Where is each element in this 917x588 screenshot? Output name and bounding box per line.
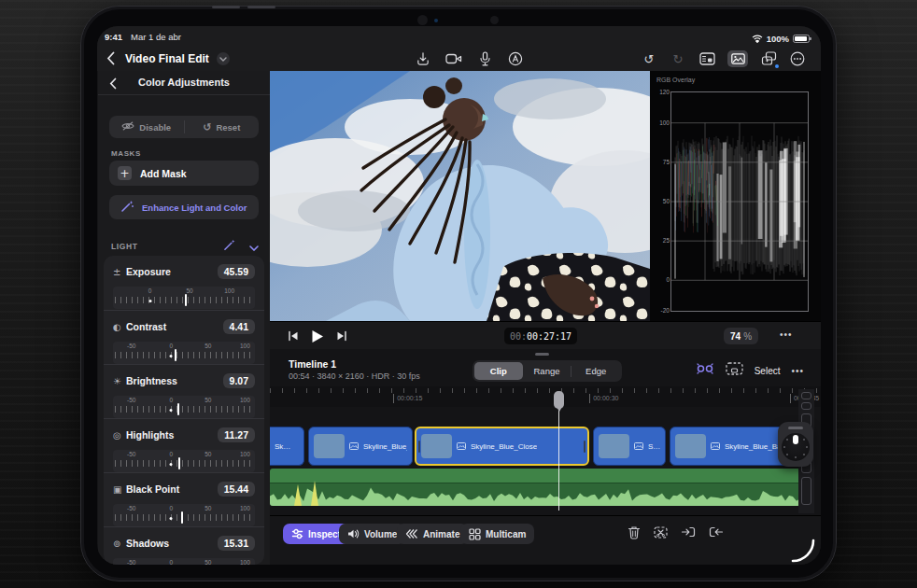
- chevron-down-icon[interactable]: [217, 52, 230, 65]
- shadows-value[interactable]: 15.31: [218, 536, 255, 551]
- scroll-handle[interactable]: [801, 402, 811, 410]
- mode-edge[interactable]: Edge: [571, 362, 620, 380]
- collapse-chevron-icon[interactable]: [249, 238, 259, 255]
- edit-mode-segmented-control: Clip Range Edge: [473, 360, 622, 382]
- undo-icon[interactable]: ↺: [641, 50, 657, 67]
- tick-label: -50: [127, 397, 135, 403]
- jog-dial[interactable]: [782, 433, 810, 461]
- exposure-slider[interactable]: 050100: [113, 287, 255, 309]
- microphone-icon[interactable]: [476, 50, 493, 67]
- highlights-value[interactable]: 11.27: [218, 427, 255, 442]
- delete-clip-icon[interactable]: [628, 525, 641, 543]
- media-browser-icon[interactable]: [727, 50, 748, 67]
- overwrite-clip-icon[interactable]: [709, 525, 724, 543]
- add-mask-button[interactable]: + Add Mask: [109, 161, 259, 186]
- battery-percent: 100%: [767, 34, 789, 44]
- annotate-icon[interactable]: [507, 50, 524, 67]
- scope-title: RGB Overlay: [656, 77, 695, 83]
- light-section-label: LIGHT: [111, 242, 223, 251]
- multicam-button[interactable]: Multicam: [460, 524, 534, 544]
- scroll-segment[interactable]: [801, 477, 811, 505]
- ipad-device: 9:41 Mar 1 de abr 100% Video Final Edit …: [80, 6, 837, 581]
- slider-thumb[interactable]: [177, 403, 179, 415]
- redo-icon[interactable]: ↻: [670, 50, 686, 67]
- import-media-icon[interactable]: [415, 50, 431, 67]
- clip-thumbnail: [599, 434, 629, 458]
- skip-back-icon[interactable]: [285, 329, 302, 343]
- tick-label: 50: [186, 287, 192, 294]
- clip-skyline-partial[interactable]: Sk…: [270, 427, 304, 466]
- back-icon[interactable]: [106, 51, 115, 69]
- clip-skyline-short[interactable]: S…: [593, 427, 666, 466]
- shadows-slider[interactable]: -50050100: [113, 558, 255, 565]
- contrast-value[interactable]: 4.41: [223, 319, 255, 334]
- mode-clip[interactable]: Clip: [474, 362, 523, 380]
- tick-label: 0: [170, 505, 174, 511]
- scope-axis-label: 25: [663, 236, 670, 243]
- reset-button[interactable]: ↺ Reset: [185, 121, 260, 133]
- highlights-slider[interactable]: -50050100: [113, 450, 255, 472]
- video-preview[interactable]: [270, 71, 650, 321]
- auto-enhance-icon[interactable]: [223, 238, 236, 255]
- slider-thumb[interactable]: [178, 457, 180, 469]
- viewer-more-icon[interactable]: •••: [780, 329, 793, 340]
- mode-range[interactable]: Range: [523, 362, 571, 380]
- timeline-header: Timeline 1 00:54 · 3840 × 2160 · HDR · 3…: [270, 357, 821, 386]
- project-title[interactable]: Video Final Edit: [125, 52, 209, 65]
- rgb-overlay-scope: RGB Overlay 1201007550250-20: [650, 71, 821, 321]
- tick-label: 100: [240, 505, 250, 511]
- effects-icon[interactable]: [760, 50, 777, 67]
- clip-skyline-blue-wide[interactable]: Skyline_Blue_Wide: [308, 427, 413, 466]
- select-label[interactable]: Select: [755, 366, 781, 376]
- default-marker: [170, 355, 173, 357]
- timecode-display[interactable]: 00:00:27:17: [504, 328, 577, 344]
- split-clip-icon[interactable]: [654, 525, 668, 543]
- slider-black-point: ▣Black Point15.44 -50050100: [104, 472, 264, 526]
- tick-label: 0: [170, 397, 174, 403]
- scroll-handle[interactable]: [801, 392, 811, 399]
- browser-panel-icon[interactable]: [698, 50, 715, 67]
- more-icon[interactable]: [789, 50, 806, 67]
- insert-clip-icon[interactable]: [681, 525, 696, 543]
- audio-track[interactable]: [270, 469, 800, 506]
- black-point-value[interactable]: 15.44: [218, 482, 255, 497]
- slider-thumb[interactable]: [181, 511, 183, 524]
- black-point-slider[interactable]: -50050100: [113, 504, 255, 526]
- scope-axis-label: -20: [661, 307, 670, 314]
- viewer-zoom-button[interactable]: 74%: [724, 328, 758, 344]
- volume-button[interactable]: Volume: [339, 524, 405, 544]
- timeline-ruler[interactable]: 00:00:1500:00:3000:00:45: [270, 386, 821, 407]
- slider-thumb[interactable]: [185, 294, 187, 306]
- timeline-area: Timeline 1 00:54 · 3840 × 2160 · HDR · 3…: [270, 349, 821, 565]
- reset-label: Reset: [216, 122, 240, 133]
- timeline-drag-handle[interactable]: [535, 353, 549, 356]
- tick-ruler: [115, 406, 253, 413]
- record-video-icon[interactable]: [445, 50, 462, 67]
- reset-icon: ↺: [203, 121, 211, 133]
- timeline-meta: 00:54 · 3840 × 2160 · HDR · 30 fps: [289, 371, 420, 381]
- brightness-slider[interactable]: -50050100: [113, 396, 255, 418]
- slider-contrast: ◐Contrast4.41 -50050100: [104, 310, 264, 364]
- slider-thumb[interactable]: [175, 349, 176, 361]
- exposure-value[interactable]: 45.59: [218, 264, 255, 279]
- select-tool-icon[interactable]: [726, 362, 743, 379]
- audio-waveform: [270, 469, 800, 506]
- playhead[interactable]: [553, 389, 565, 511]
- animate-button[interactable]: Animate: [397, 524, 468, 544]
- brightness-value[interactable]: 9.07: [223, 373, 255, 388]
- jog-wheel[interactable]: [778, 422, 813, 467]
- play-icon[interactable]: [309, 329, 326, 343]
- brightness-icon: ☀: [113, 376, 126, 386]
- disable-button[interactable]: Disable: [109, 121, 184, 133]
- enhance-button[interactable]: Enhance Light and Color: [109, 195, 259, 219]
- notification-dot: [775, 64, 779, 68]
- panel-header: Color Adjustments: [98, 71, 270, 95]
- connect-clips-icon[interactable]: [696, 362, 714, 379]
- shadows-icon: ⊚: [113, 539, 126, 549]
- jog-handle[interactable]: [788, 427, 803, 429]
- skip-forward-icon[interactable]: [333, 329, 350, 343]
- contrast-slider[interactable]: -50050100: [113, 342, 255, 364]
- timeline-more-icon[interactable]: •••: [791, 366, 804, 376]
- exposure-icon: ±: [113, 267, 126, 277]
- playhead-handle[interactable]: [554, 391, 564, 409]
